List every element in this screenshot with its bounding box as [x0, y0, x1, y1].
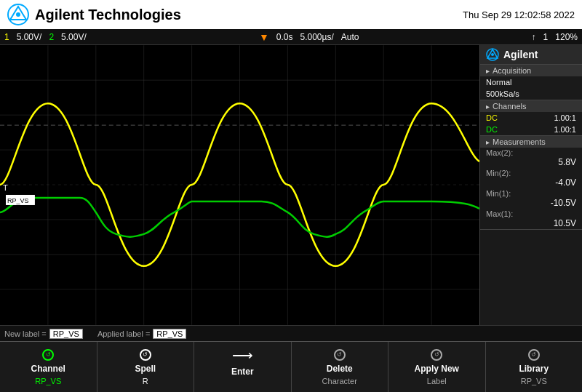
library-label: Library	[519, 364, 549, 374]
side-brand-label: Agilent	[503, 49, 538, 60]
ch2-coupling-label: DC	[486, 125, 498, 134]
spell-icon: ↺	[140, 349, 151, 361]
new-label-prefix: New label =	[4, 329, 47, 338]
ch1-ratio: 1.00:1	[554, 113, 576, 122]
delete-button[interactable]: ↺ Delete Character	[292, 342, 389, 392]
meas-max1-val: 10.5V	[486, 218, 576, 228]
svg-point-26	[491, 53, 494, 56]
toolbar: ↺ Channel RP_VS ↺ Spell R ⟶ Enter ↺ Dele…	[0, 341, 582, 392]
meas-min2-label: Min(2):	[486, 169, 576, 177]
side-panel: Agilent Acquisition Normal 500kSa/s Chan…	[480, 45, 582, 325]
ch2-row: DC 1.00:1	[480, 124, 582, 135]
library-sublabel: RP_VS	[521, 377, 547, 385]
applied-label-prefix: Applied label =	[97, 329, 150, 338]
apply-icon-area: ↺	[431, 349, 442, 361]
enter-label: Enter	[231, 367, 254, 377]
meas-max1-row: Max(1): 10.5V	[480, 209, 582, 229]
spell-sublabel: R	[143, 377, 148, 385]
meas-min1-label: Min(1):	[486, 189, 576, 198]
new-label-item: New label = RP_VS	[4, 329, 83, 339]
delete-icon: ↺	[334, 349, 346, 361]
meas-min1-val: -10.5V	[486, 198, 576, 208]
scope-display: T RP_VS	[0, 45, 480, 325]
channel-icon: ↺	[42, 349, 54, 361]
measurements-section: Measurements Max(2): 5.8V Min(2): -4.0V …	[480, 136, 582, 230]
app-header: Agilent Technologies Thu Sep 29 12:02:58…	[0, 0, 582, 29]
acquisition-title: Acquisition	[480, 65, 582, 76]
enter-button[interactable]: ⟶ Enter	[194, 342, 292, 392]
datetime-display: Thu Sep 29 12:02:58 2022	[463, 9, 575, 20]
label-bar: New label = RP_VS Applied label = RP_VS	[0, 325, 582, 341]
enter-sublabel	[242, 380, 244, 388]
delete-sublabel: Character	[322, 377, 357, 385]
channel-label: Channel	[31, 364, 65, 374]
brand-title: Agilent Technologies	[35, 7, 181, 23]
meas-max2-val: 5.8V	[486, 157, 576, 167]
acq-mode-row: Normal	[480, 76, 582, 88]
spell-label: Spell	[135, 364, 156, 374]
apply-label: Apply New	[415, 364, 459, 374]
ch1-row: DC 1.00:1	[480, 112, 582, 124]
time-pos[interactable]: 0.0s	[276, 32, 293, 42]
channel-sublabel: RP_VS	[35, 377, 61, 385]
library-icon-area: ↺	[528, 349, 540, 361]
library-button[interactable]: ↺ Library RP_VS	[486, 342, 583, 392]
applied-label-value: RP_VS	[153, 329, 186, 339]
ch2-scale[interactable]: 5.00V/	[61, 32, 87, 42]
delete-icon-area: ↺	[334, 349, 346, 361]
ch-num-right: ↑	[532, 32, 536, 42]
trigger-arrow-icon: ▼	[259, 31, 269, 43]
svg-text:T: T	[3, 183, 8, 192]
meas-min2-val: -4.0V	[486, 177, 576, 188]
enter-icon-area: ⟶	[232, 346, 253, 364]
meas-max1-label: Max(1):	[486, 209, 576, 218]
ch1-coupling-label: DC	[486, 113, 498, 122]
ch1-scale[interactable]: 5.00V/	[17, 32, 42, 42]
agilent-logo-small-icon	[486, 48, 499, 61]
apply-new-label-button[interactable]: ↺ Apply New Label	[388, 342, 486, 392]
apply-icon: ↺	[431, 349, 442, 361]
channels-section: Channels DC 1.00:1 DC 1.00:1	[480, 100, 582, 136]
enter-icon: ⟶	[232, 346, 253, 364]
ch1-indicator[interactable]: 1	[4, 32, 9, 42]
acq-rate-row: 500kSa/s	[480, 88, 582, 100]
logo-area: Agilent Technologies	[7, 4, 181, 25]
status-bar: 1 5.00V/ 2 5.00V/ ▼ 0.0s 5.000µs/ Auto ↑…	[0, 29, 582, 45]
measurements-title: Measurements	[480, 136, 582, 148]
channels-title: Channels	[480, 100, 582, 112]
trigger-mode[interactable]: Auto	[341, 32, 359, 42]
zoom-level[interactable]: 120%	[555, 32, 578, 42]
acq-mode: Normal	[486, 78, 511, 87]
meas-min2-row: Min(2): -4.0V	[480, 168, 582, 188]
scope-grid: T RP_VS	[0, 45, 479, 325]
applied-label-item: Applied label = RP_VS	[97, 329, 187, 339]
apply-sublabel: Label	[427, 377, 447, 385]
meas-min1-row: Min(1): -10.5V	[480, 188, 582, 209]
meas-max2-label: Max(2):	[486, 148, 576, 157]
channel-icon-area: ↺	[42, 349, 54, 361]
svg-point-2	[16, 12, 20, 17]
spell-button[interactable]: ↺ Spell R	[97, 342, 195, 392]
delete-label: Delete	[327, 364, 353, 374]
acq-rate: 500kSa/s	[486, 89, 519, 98]
main-area: T RP_VS Agilent Acquisition Normal 500kS…	[0, 45, 582, 325]
ch-num[interactable]: 1	[543, 32, 549, 42]
ch2-indicator[interactable]: 2	[49, 32, 54, 42]
library-icon: ↺	[528, 349, 540, 361]
new-label-value: RP_VS	[49, 329, 83, 339]
agilent-logo-icon	[7, 4, 29, 25]
ch2-ratio: 1.00:1	[554, 125, 576, 134]
svg-text:RP_VS: RP_VS	[7, 197, 28, 204]
side-panel-header: Agilent	[480, 45, 582, 65]
meas-max2-row: Max(2): 5.8V	[480, 148, 582, 168]
acquisition-section: Acquisition Normal 500kSa/s	[480, 65, 582, 100]
channel-button[interactable]: ↺ Channel RP_VS	[0, 342, 97, 392]
time-scale[interactable]: 5.000µs/	[300, 32, 333, 42]
spell-icon-area: ↺	[140, 349, 151, 361]
